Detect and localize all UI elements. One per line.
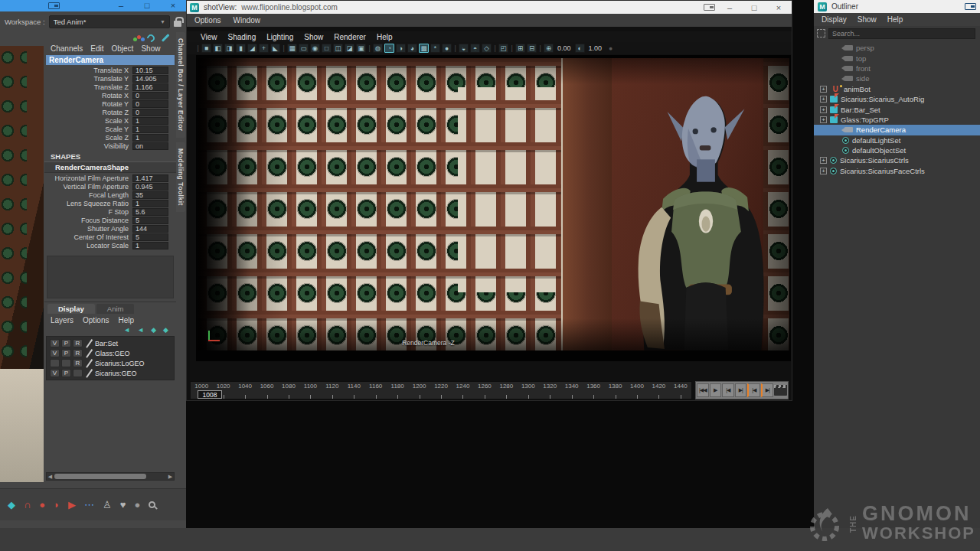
layer-action-icon[interactable]: ◆ (151, 327, 156, 334)
expand-toggle-icon[interactable] (820, 116, 827, 123)
menu-item[interactable]: Show (141, 44, 160, 53)
menu-item[interactable]: Layers (51, 316, 74, 324)
shelf-icon[interactable]: ▶ (68, 500, 76, 510)
attribute-value[interactable]: 0 (132, 100, 168, 108)
attribute-value[interactable]: 14.905 (132, 75, 168, 83)
layer-color-icon[interactable] (85, 359, 93, 367)
viewport-toolbar-icon[interactable]: ◰ (498, 44, 508, 53)
viewport-toolbar-icon[interactable]: ◫ (333, 44, 343, 53)
lock-icon[interactable] (174, 21, 181, 27)
shotview-titlebar[interactable]: shotView: www.fliponline.blogspot.com – … (187, 1, 792, 14)
viewport-toolbar-icon[interactable]: 0.00 (555, 44, 573, 53)
scroll-right-arrow[interactable]: ▶ (167, 474, 174, 480)
menu-item[interactable]: Shading (228, 33, 256, 41)
viewport-toolbar-icon[interactable]: ◢ (247, 44, 257, 53)
layer-name[interactable]: Sicarius:GEO (95, 370, 137, 377)
menu-item[interactable]: Lighting (266, 33, 293, 41)
attribute-value[interactable]: 0.945 (132, 183, 168, 191)
shelf-icon[interactable]: ⋯ (84, 500, 94, 510)
layer-visibility-toggle[interactable]: V (50, 349, 60, 357)
menu-item[interactable]: View (201, 33, 217, 41)
viewport-toolbar-icon[interactable]: ◍ (373, 44, 383, 53)
layer-playback-toggle[interactable]: P (61, 349, 71, 357)
current-frame-field[interactable]: 1008 (198, 390, 222, 399)
shelf-icon[interactable]: ∩ (24, 500, 31, 510)
viewport-toolbar-icon[interactable]: ⊞ (515, 44, 525, 53)
search-input[interactable] (828, 28, 975, 39)
attribute-value[interactable]: 1.166 (132, 83, 168, 91)
selection-box-icon[interactable] (817, 29, 825, 37)
menu-item[interactable]: Show (304, 33, 323, 41)
attribute-value[interactable]: 1 (132, 200, 168, 207)
viewport-toolbar-icon[interactable]: ◉ (310, 44, 320, 53)
outliner-item[interactable]: top (814, 53, 980, 63)
viewport-toolbar-icon[interactable]: | (282, 44, 286, 53)
viewport-toolbar-icon[interactable]: ◐ (575, 44, 585, 53)
maximize-button[interactable]: □ (134, 0, 160, 11)
outliner-item[interactable]: RenderCamera (814, 125, 980, 135)
viewport-toolbar-icon[interactable]: + (259, 44, 269, 53)
layer-visibility-toggle[interactable]: V (50, 369, 60, 377)
layer-reference-toggle[interactable]: R (73, 359, 83, 367)
outliner-item[interactable]: Glass:TopGRP (814, 115, 980, 125)
layer-color-icon[interactable] (85, 369, 93, 377)
layer-visibility-toggle[interactable]: V (50, 339, 60, 347)
attribute-value[interactable]: 5 (132, 233, 168, 241)
attribute-value[interactable]: 10.15 (132, 67, 168, 74)
layer-playback-toggle[interactable]: P (61, 339, 71, 347)
viewport-toolbar-icon[interactable]: | (493, 44, 497, 53)
viewport-toolbar-icon[interactable]: ◣ (270, 44, 280, 53)
outliner-item[interactable]: front (814, 64, 980, 73)
scrollbar-thumb[interactable] (54, 474, 146, 479)
speed-gauge-icon[interactable] (145, 32, 156, 43)
menu-item[interactable]: Edit (90, 44, 103, 53)
expand-toggle-icon[interactable] (820, 168, 827, 174)
viewport-toolbar-icon[interactable]: ◕ (407, 44, 417, 53)
viewport-toolbar-icon[interactable]: * (430, 44, 440, 53)
side-tab[interactable]: Modeling Toolkit (176, 142, 185, 212)
layer-visibility-toggle[interactable] (50, 359, 60, 367)
attribute-value[interactable]: 0 (132, 109, 168, 116)
viewport-toolbar-icon[interactable]: | (510, 44, 514, 53)
menu-item[interactable]: Show (858, 15, 877, 24)
viewport-toolbar-icon[interactable]: □ (322, 44, 332, 53)
viewport-toolbar-icon[interactable]: ⊟ (527, 44, 537, 53)
attribute-value[interactable]: 35 (132, 191, 168, 199)
time-slider[interactable]: 1000 1020 1040 1060 1080 (190, 381, 692, 399)
playback-button[interactable]: ▶| (735, 383, 747, 397)
expand-toggle-icon[interactable] (820, 106, 827, 113)
scene-viewport-sliver[interactable] (0, 46, 44, 482)
layer-reference-toggle[interactable]: R (73, 349, 83, 357)
viewport-toolbar-icon[interactable]: | (538, 44, 542, 53)
layer-row[interactable]: V P R Glass:GEO (47, 348, 174, 358)
layer-action-icon[interactable]: ◄ (137, 327, 144, 334)
attribute-value[interactable]: 0 (132, 92, 168, 99)
layer-name[interactable]: Bar:Set (95, 340, 118, 347)
menu-item[interactable]: Object (112, 44, 134, 53)
viewport-toolbar-icon[interactable]: ◇ (482, 44, 492, 53)
shelf-icon[interactable]: ● (39, 500, 45, 510)
layer-row[interactable]: V P Sicarius:GEO (47, 368, 174, 378)
attribute-value[interactable]: 1.417 (132, 174, 168, 182)
expand-toggle-icon[interactable] (820, 157, 827, 164)
layer-reference-toggle[interactable] (73, 369, 83, 377)
outliner-item[interactable]: Bar:Bar_Set (814, 104, 980, 114)
layer-action-icon[interactable]: ◆ (163, 327, 168, 334)
outliner-item[interactable]: side (814, 73, 980, 83)
edit-pencil-icon[interactable] (162, 34, 169, 41)
layer-name[interactable]: Glass:GEO (95, 350, 130, 357)
attribute-value[interactable]: 1 (132, 134, 168, 142)
attribute-value[interactable]: on (132, 142, 168, 150)
menu-item[interactable]: Options (83, 316, 109, 324)
menu-item[interactable]: Channels (51, 44, 83, 53)
attribute-value[interactable]: 1 (132, 126, 168, 133)
shelf-icon[interactable]: ♥ (120, 500, 126, 510)
viewport-toolbar-icon[interactable]: ▦ (287, 44, 297, 53)
viewport-toolbar-icon[interactable]: | (368, 44, 371, 53)
attribute-value[interactable]: 5 (132, 217, 168, 224)
node-graph-icon[interactable] (137, 35, 141, 39)
layer-color-icon[interactable] (85, 349, 93, 357)
viewport-toolbar-icon[interactable]: ▩ (419, 44, 429, 53)
menu-item[interactable]: Help (887, 15, 903, 24)
playback-button[interactable]: |◀ (722, 383, 734, 397)
